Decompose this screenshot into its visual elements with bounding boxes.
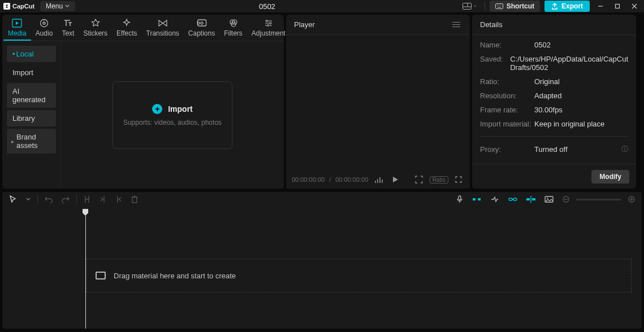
- chevron-down-icon: [473, 5, 477, 8]
- record-audio-button[interactable]: [454, 194, 465, 204]
- svg-rect-0: [463, 3, 471, 10]
- fullscreen-button[interactable]: [453, 175, 464, 184]
- titlebar-right: Shortcut Export: [459, 0, 641, 12]
- sidebar-item-brand[interactable]: ▸Brand assets: [7, 129, 56, 154]
- media-panel: Media Audio Text Stickers Effects Transi…: [2, 15, 284, 189]
- sidebar-item-ai[interactable]: AI generated: [7, 83, 56, 108]
- divider: [480, 136, 628, 137]
- close-button[interactable]: [628, 0, 641, 12]
- zoom-out-icon: [563, 196, 569, 203]
- capcut-icon: [3, 3, 10, 10]
- shortcut-button[interactable]: Shortcut: [490, 1, 540, 12]
- scale-button[interactable]: [413, 174, 425, 185]
- tool-dropdown-button[interactable]: [24, 196, 33, 203]
- ratio-button[interactable]: Ratio: [430, 176, 448, 184]
- media-icon: [12, 18, 22, 28]
- play-button[interactable]: [390, 175, 401, 184]
- preview-axis-button[interactable]: [524, 195, 538, 204]
- auto-snap-button[interactable]: [488, 195, 502, 204]
- redo-icon: [62, 195, 70, 203]
- timeline-toolbar: [2, 192, 642, 207]
- menu-button[interactable]: Menu: [40, 1, 75, 11]
- tab-captions[interactable]: Captions: [184, 15, 219, 41]
- sidebar-item-local[interactable]: Local: [7, 46, 56, 62]
- zoom-out-button[interactable]: [560, 195, 572, 204]
- svg-rect-22: [379, 177, 381, 183]
- player-viewport[interactable]: 00:00:00:00 / 00:00:00:00 Ratio: [286, 35, 470, 189]
- tab-filters[interactable]: Filters: [219, 15, 247, 41]
- tab-media[interactable]: Media: [3, 15, 31, 41]
- mic-icon: [456, 195, 463, 203]
- selection-tool-button[interactable]: [7, 194, 19, 204]
- proxy-value: Turned off: [534, 145, 621, 154]
- axis-icon: [526, 196, 535, 203]
- sidebar-label: Brand assets: [16, 133, 50, 150]
- details-panel: Details Name:0502 Saved:C:/Users/HP/AppD…: [472, 15, 636, 189]
- fullscreen-icon: [455, 176, 462, 183]
- tab-text[interactable]: Text: [57, 15, 79, 41]
- sidebar-item-library[interactable]: Library: [7, 110, 56, 126]
- modify-button[interactable]: Modify: [591, 170, 629, 184]
- tab-label: Text: [62, 29, 74, 37]
- details-footer: Modify: [472, 164, 636, 189]
- tab-transitions[interactable]: Transitions: [142, 15, 184, 41]
- media-tabs: Media Audio Text Stickers Effects Transi…: [2, 15, 284, 41]
- tab-audio[interactable]: Audio: [31, 15, 58, 41]
- svg-rect-33: [532, 198, 535, 200]
- playhead-handle[interactable]: [83, 209, 88, 216]
- tab-label: Audio: [36, 29, 53, 37]
- svg-rect-31: [526, 198, 530, 200]
- stickers-icon: [90, 18, 101, 28]
- saved-label: Saved:: [480, 55, 510, 72]
- zoom-slider[interactable]: [576, 199, 621, 200]
- cover-button[interactable]: [542, 195, 556, 204]
- timeline[interactable]: Drag material here and start to create: [2, 207, 642, 329]
- zoom-in-button[interactable]: [626, 195, 637, 204]
- svg-point-17: [266, 20, 267, 22]
- drop-hint: Drag material here and start to create: [114, 272, 236, 280]
- app-name: CapCut: [12, 3, 34, 10]
- player-menu-button[interactable]: [451, 22, 462, 27]
- framerate-value: 30.00fps: [534, 106, 628, 114]
- maximize-button[interactable]: [611, 0, 624, 12]
- zoom-in-icon: [628, 196, 635, 203]
- tab-label: Media: [8, 29, 27, 37]
- timeline-dropzone[interactable]: Drag material here and start to create: [86, 259, 632, 292]
- svg-rect-20: [375, 181, 376, 183]
- import-row: + Import: [152, 104, 193, 114]
- sidebar-label: Library: [12, 114, 35, 123]
- undo-icon: [45, 195, 53, 203]
- import-dropzone[interactable]: + Import Supports: videos, audios, photo…: [113, 81, 232, 149]
- delete-left-button[interactable]: [97, 194, 109, 204]
- layout-button[interactable]: [459, 1, 480, 11]
- info-icon[interactable]: ⓘ: [621, 145, 628, 154]
- chevron-right-icon: ▸: [11, 138, 14, 145]
- player-title: Player: [294, 20, 315, 29]
- cover-icon: [544, 196, 554, 203]
- tab-stickers[interactable]: Stickers: [79, 15, 112, 41]
- tab-adjustment[interactable]: Adjustment: [247, 15, 290, 41]
- minimize-icon: [598, 3, 603, 9]
- preview-quality-button[interactable]: [373, 175, 385, 184]
- svg-rect-25: [459, 196, 461, 200]
- bars-icon: [375, 176, 383, 183]
- delete-button[interactable]: [129, 194, 140, 204]
- svg-point-35: [547, 198, 548, 199]
- delete-right-button[interactable]: [113, 194, 124, 204]
- undo-button[interactable]: [42, 194, 55, 204]
- export-label: Export: [561, 2, 583, 10]
- split-button[interactable]: [81, 194, 93, 204]
- sidebar-label: Local: [16, 50, 34, 58]
- export-button[interactable]: Export: [544, 1, 590, 12]
- tab-effects[interactable]: Effects: [112, 15, 141, 41]
- sidebar-item-import[interactable]: Import: [7, 64, 56, 81]
- main-track-magnet-button[interactable]: [470, 195, 483, 204]
- linkage-button[interactable]: [506, 195, 520, 204]
- main-area: Media Audio Text Stickers Effects Transi…: [0, 12, 644, 189]
- minimize-button[interactable]: [594, 0, 607, 12]
- details-header: Details: [472, 15, 636, 35]
- svg-rect-26: [473, 198, 476, 200]
- framerate-label: Frame rate:: [480, 106, 534, 114]
- play-icon: [392, 176, 399, 183]
- redo-button[interactable]: [59, 194, 72, 204]
